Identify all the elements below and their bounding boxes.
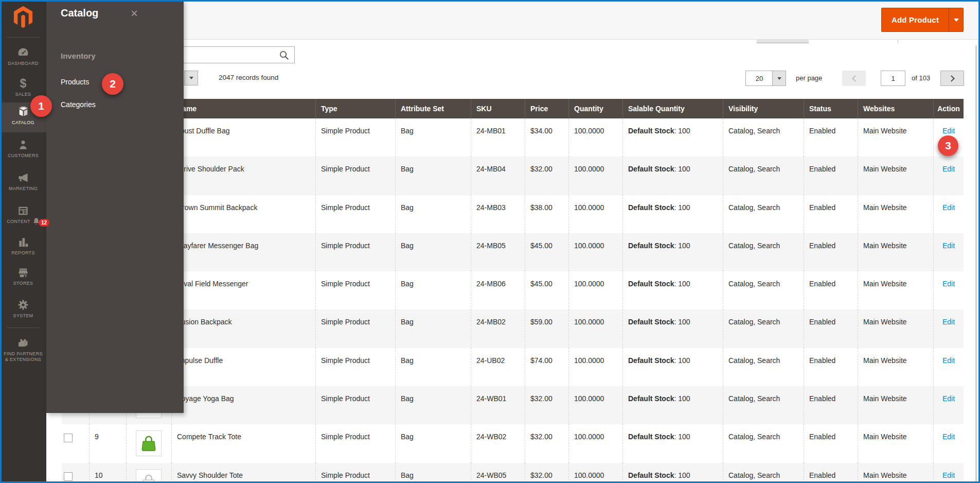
search-icon[interactable] — [278, 49, 290, 61]
cell-type: Simple Product — [315, 309, 395, 348]
cell-type: Simple Product — [315, 157, 395, 195]
cell-id: 9 — [89, 424, 126, 462]
cell-attribute-set: Bag — [395, 309, 471, 348]
flyout-link-products[interactable]: Products — [61, 78, 89, 86]
cell-status: Enabled — [804, 424, 858, 462]
total-pages-label: of 103 — [912, 74, 930, 82]
table-row: 4Wayfarer Messenger BagSimple ProductBag… — [62, 233, 964, 271]
cell-price: $59.00 — [525, 309, 568, 348]
cell-visibility: Catalog, Search — [723, 309, 804, 348]
edit-link[interactable]: Edit — [942, 242, 955, 250]
cell-visibility: Catalog, Search — [723, 195, 804, 233]
table-row: 2Strive Shoulder PackSimple ProductBag24… — [62, 157, 964, 195]
cell-price: $38.00 — [525, 195, 568, 233]
row-checkbox[interactable] — [64, 434, 73, 442]
column-header-websites[interactable]: Websites — [858, 99, 933, 118]
dashboard-icon — [16, 46, 30, 59]
cell-quantity: 100.0000 — [568, 309, 622, 348]
cell-sku: 24-UB02 — [471, 348, 525, 386]
cell-websites: Main Website — [858, 271, 933, 309]
cell-websites: Main Website — [858, 348, 933, 386]
edit-link[interactable]: Edit — [942, 318, 955, 326]
cell-websites: Main Website — [858, 463, 933, 483]
cell-status: Enabled — [804, 348, 858, 386]
edit-link[interactable]: Edit — [942, 433, 955, 441]
row-select-cell — [62, 463, 89, 483]
sidebar-item-find-partners[interactable]: FIND PARTNERS & EXTENSIONS — [0, 334, 46, 363]
content-notifications[interactable]: 12 — [32, 217, 49, 228]
column-header-type[interactable]: Type — [315, 99, 395, 118]
edit-link[interactable]: Edit — [942, 356, 955, 365]
column-header-attribute-set[interactable]: Attribute Set — [395, 99, 471, 118]
column-header-visibility[interactable]: Visibility — [723, 99, 804, 118]
cell-visibility: Catalog, Search — [723, 424, 804, 462]
column-header-status[interactable]: Status — [804, 99, 858, 118]
annotation-badge-2: 2 — [102, 73, 123, 95]
sidebar-item-sales[interactable]: $ SALES — [0, 74, 46, 97]
row-select-cell — [62, 424, 89, 462]
cell-sku: 24-MB04 — [471, 157, 525, 195]
add-product-dropdown-toggle[interactable] — [949, 8, 963, 31]
cell-salable-quantity: Default Stock: 100 — [622, 157, 723, 195]
edit-link[interactable]: Edit — [942, 280, 955, 288]
edit-link[interactable]: Edit — [942, 165, 955, 173]
edit-link[interactable]: Edit — [942, 471, 955, 479]
cell-status: Enabled — [804, 271, 858, 309]
chevron-left-icon — [852, 75, 859, 82]
close-icon[interactable]: × — [131, 6, 138, 21]
cell-price: $32.00 — [525, 157, 568, 195]
white-bag-thumbnail — [136, 469, 162, 483]
table-row: 6Fusion BackpackSimple ProductBag24-MB02… — [62, 309, 964, 348]
add-product-button[interactable]: Add Product — [881, 8, 964, 32]
per-page-select[interactable]: 20 — [745, 71, 786, 86]
cell-visibility: Catalog, Search — [723, 463, 804, 483]
table-row: 1Joust Duffle BagSimple ProductBag24-MB0… — [62, 118, 964, 157]
sidebar-item-marketing[interactable]: MARKETING — [0, 168, 46, 192]
column-header-sku[interactable]: SKU — [471, 99, 525, 118]
column-header-quantity[interactable]: Quantity — [568, 99, 622, 118]
cell-action: Edit — [933, 233, 964, 271]
marketing-icon — [17, 171, 29, 184]
magento-logo[interactable] — [0, 5, 46, 31]
next-page-button[interactable] — [940, 71, 964, 86]
cell-status: Enabled — [804, 386, 858, 424]
edit-link[interactable]: Edit — [942, 394, 955, 403]
flyout-link-categories[interactable]: Categories — [61, 100, 96, 109]
cell-quantity: 100.0000 — [568, 348, 622, 386]
sidebar-item-stores[interactable]: STORES — [0, 263, 46, 286]
cell-websites: Main Website — [858, 157, 933, 195]
cell-action: Edit — [933, 271, 964, 309]
edit-link[interactable]: Edit — [942, 203, 955, 212]
column-header-salable-quantity[interactable]: Salable Quantity — [622, 99, 723, 118]
prev-page-button[interactable] — [842, 71, 866, 86]
sidebar-item-system[interactable]: SYSTEM — [0, 296, 46, 319]
cell-websites: Main Website — [858, 195, 933, 233]
sidebar-item-reports[interactable]: REPORTS — [0, 233, 46, 256]
cell-websites: Main Website — [858, 309, 933, 348]
column-header-price[interactable]: Price — [525, 99, 568, 118]
sidebar-item-customers[interactable]: CUSTOMERS — [0, 135, 46, 159]
cell-visibility: Catalog, Search — [723, 348, 804, 386]
edit-link[interactable]: Edit — [942, 127, 955, 135]
cell-salable-quantity: Default Stock: 100 — [622, 386, 723, 424]
table-row: 10Savvy Shoulder ToteSimple ProductBag24… — [62, 463, 964, 483]
chevron-down-icon — [954, 19, 959, 22]
cell-sku: 24-MB05 — [471, 233, 525, 271]
row-checkbox[interactable] — [64, 472, 73, 481]
page-number-input[interactable] — [881, 71, 905, 86]
annotation-badge-3: 3 — [938, 135, 958, 156]
partial-control-fragment — [757, 40, 809, 43]
products-grid: IDThumbnailNameTypeAttribute SetSKUPrice… — [62, 99, 964, 483]
cell-type: Simple Product — [315, 348, 395, 386]
cell-status: Enabled — [804, 157, 858, 195]
catalog-flyout-menu: Catalog × Inventory Products Categories — [46, 0, 184, 413]
table-row: 3Crown Summit BackpackSimple ProductBag2… — [62, 195, 964, 233]
column-header-name[interactable]: Name — [171, 99, 315, 118]
main-content: Add Product 2047 records found 20 per pa… — [46, 0, 980, 483]
cell-action: Edit — [933, 424, 964, 462]
sidebar-item-dashboard[interactable]: DASHBOARD — [0, 43, 46, 66]
cell-attribute-set: Bag — [395, 195, 471, 233]
vertical-scrollbar[interactable] — [975, 45, 977, 483]
column-header-action[interactable]: Action — [933, 99, 964, 118]
cell-name: Rival Field Messenger — [171, 271, 315, 309]
